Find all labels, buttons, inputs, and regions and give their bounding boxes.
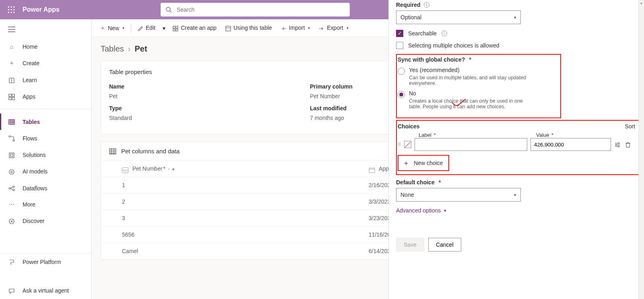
- radio-icon: [398, 91, 405, 98]
- card-title: Table properties: [109, 68, 152, 75]
- sidebar-item-apps[interactable]: Apps: [0, 89, 91, 105]
- sync-no-radio[interactable]: No Creates a local choice that can only …: [398, 90, 557, 109]
- cmd-using-table[interactable]: Using this table: [222, 22, 275, 33]
- choice-label-input[interactable]: [415, 138, 527, 151]
- cmd-export[interactable]: Export▾: [316, 22, 351, 33]
- info-icon[interactable]: i: [442, 31, 447, 36]
- svg-point-6: [8, 12, 9, 13]
- sidebar-item-home[interactable]: ⌂Home: [0, 39, 91, 55]
- sidebar-item-create[interactable]: ＋Create: [0, 55, 91, 72]
- svg-point-1: [10, 6, 12, 8]
- required-select[interactable]: Optional▾: [396, 19, 521, 24]
- prop-value: Standard: [109, 115, 310, 121]
- sync-yes-radio[interactable]: Yes (recommended) Can be used in multipl…: [398, 67, 557, 86]
- cmd-edit[interactable]: Edit: [134, 22, 159, 33]
- nav-label: Flows: [23, 135, 37, 142]
- new-choice-button[interactable]: ＋ New choice: [398, 155, 449, 171]
- svg-point-8: [13, 12, 14, 13]
- multiple-choices-checkbox[interactable]: Selecting multiple choices is allowed: [396, 42, 637, 49]
- radio-icon: [398, 68, 405, 75]
- compass-icon: [8, 217, 15, 224]
- vertical-scrollbar[interactable]: ▴: [638, 19, 644, 299]
- column-label: Value: [536, 132, 549, 138]
- radio-description: Can be used in multiple tables, and will…: [409, 75, 534, 86]
- waffle-icon[interactable]: [4, 6, 19, 13]
- grid-icon: [109, 148, 116, 155]
- column-header-pet-number[interactable]: Abc Pet Number* ↑ ▾: [117, 161, 364, 177]
- book-icon: [8, 76, 15, 83]
- sidebar-item-ai-models[interactable]: AI models: [0, 163, 91, 180]
- svg-point-26: [13, 140, 14, 141]
- svg-text:Abc: Abc: [123, 169, 128, 172]
- breadcrumb-current: Pet: [134, 44, 147, 54]
- sort-asc-icon: ↑: [168, 167, 170, 171]
- sidebar-item-power-platform[interactable]: Power Platform: [0, 254, 91, 270]
- ask-virtual-agent[interactable]: Ask a virtual agent: [0, 283, 91, 299]
- plus-icon: ＋: [8, 60, 15, 67]
- plus-icon: ＋: [402, 158, 410, 168]
- breadcrumb-root[interactable]: Tables: [101, 44, 124, 54]
- button-label: New choice: [414, 160, 443, 166]
- select-value: Optional: [400, 19, 421, 21]
- flows-icon: [8, 135, 15, 142]
- cmd-import[interactable]: Import▾: [278, 22, 314, 33]
- nav-label: Ask a virtual agent: [23, 287, 69, 294]
- sidebar-item-dataflows[interactable]: Dataflows: [0, 180, 91, 196]
- sidebar-item-flows[interactable]: Flows: [0, 130, 91, 146]
- nav-label: Dataflows: [23, 185, 47, 192]
- svg-point-73: [618, 146, 619, 147]
- table-icon: [225, 25, 231, 31]
- settings-icon[interactable]: [614, 141, 621, 148]
- column-properties-panel: Requiredi Optional▾ ✓ Searchable i Selec…: [388, 19, 644, 299]
- checkbox-label: Selecting multiple choices is allowed: [408, 42, 499, 49]
- import-icon: [281, 25, 287, 31]
- sidebar-item-learn[interactable]: Learn: [0, 72, 91, 88]
- cmd-label: Using this table: [233, 25, 272, 31]
- nav-label: Solutions: [23, 152, 46, 158]
- delete-icon[interactable]: [625, 141, 632, 148]
- sidebar-item-tables[interactable]: Tables: [0, 113, 91, 130]
- svg-line-34: [10, 187, 13, 188]
- cell-pet-number: 2: [117, 194, 364, 210]
- svg-rect-37: [173, 26, 175, 28]
- brand-title: Power Apps: [23, 6, 60, 13]
- sidebar-item-solutions[interactable]: Solutions: [0, 146, 91, 163]
- svg-rect-41: [226, 26, 231, 31]
- field-label: Sync with global choice?: [398, 56, 465, 63]
- svg-point-9: [166, 7, 170, 11]
- chevron-down-icon: ▾: [444, 208, 446, 213]
- hamburger-icon[interactable]: [0, 21, 91, 37]
- section-title: Choices: [398, 123, 419, 130]
- sidebar-item-more[interactable]: ⋯More: [0, 196, 91, 212]
- home-icon: ⌂: [8, 43, 15, 50]
- svg-rect-19: [12, 97, 14, 100]
- cancel-button[interactable]: Cancel: [428, 238, 461, 252]
- drag-handle-icon[interactable]: ⠿: [398, 142, 401, 147]
- radio-label: No: [409, 90, 534, 97]
- cell-pet-number: 3: [117, 210, 364, 227]
- svg-point-3: [8, 9, 9, 10]
- svg-point-7: [10, 12, 12, 13]
- choice-value-input[interactable]: [530, 138, 611, 151]
- svg-rect-64: [369, 168, 375, 173]
- search-input[interactable]: [161, 3, 350, 16]
- field-label: Default choice: [396, 179, 435, 186]
- svg-point-30: [11, 171, 12, 173]
- svg-rect-16: [9, 94, 11, 97]
- svg-rect-18: [9, 97, 11, 100]
- advanced-options-toggle[interactable]: Advanced options ▾: [396, 207, 637, 214]
- default-choice-select[interactable]: None▾: [396, 188, 521, 202]
- plus-icon: ＋: [100, 25, 105, 32]
- export-icon: [319, 25, 324, 31]
- no-color-icon[interactable]: [404, 141, 411, 148]
- svg-point-5: [13, 9, 14, 10]
- chevron-down-icon[interactable]: ▾: [161, 23, 167, 33]
- cmd-new[interactable]: ＋New▾: [97, 22, 128, 34]
- apps-icon: [8, 93, 15, 100]
- sidebar-item-discover[interactable]: Discover: [0, 212, 91, 229]
- cmd-label: Create an app: [181, 25, 217, 31]
- left-nav: ⌂Home ＋Create Learn Apps Tables Flows So…: [0, 19, 92, 299]
- choice-row: ⠿: [398, 138, 641, 151]
- cmd-create-app[interactable]: Create an app: [169, 22, 220, 33]
- searchable-checkbox[interactable]: ✓ Searchable i: [396, 30, 637, 37]
